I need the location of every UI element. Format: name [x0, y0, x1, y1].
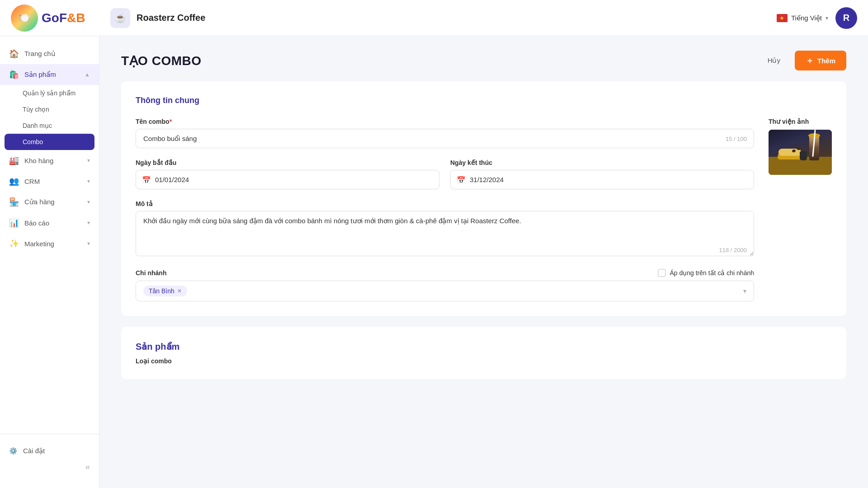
- kho-hang-arrow-icon: ▾: [87, 157, 90, 164]
- combo-name-group: Tên combo* 15 / 100: [136, 118, 754, 148]
- start-date-input[interactable]: [136, 170, 439, 189]
- sidebar-crm-label: CRM: [24, 178, 40, 185]
- combo-type-label: Loại combo: [136, 357, 832, 365]
- products-card: Sản phẩm Loại combo: [121, 327, 846, 379]
- add-label: Thêm: [817, 57, 835, 65]
- sidebar-item-danh-muc[interactable]: Danh mục: [0, 117, 99, 134]
- lang-chevron-icon: ▾: [826, 15, 828, 21]
- branch-section: Chi nhánh Áp dụng trên tất cả chi nhánh …: [136, 269, 754, 301]
- end-date-input-wrap: 📅: [450, 170, 754, 189]
- branch-label: Chi nhánh: [136, 269, 166, 277]
- general-info-title: Thông tin chung: [136, 96, 832, 105]
- form-main: Tên combo* 15 / 100 Ngày bắt đầu: [136, 118, 754, 301]
- sidebar-collapse-button[interactable]: «: [0, 460, 99, 474]
- sidebar-home-label: Trang chủ: [24, 50, 56, 58]
- layout: 🏠 Trang chủ 🛍️ Sản phẩm ▲ Quản lý sản ph…: [0, 36, 868, 488]
- language-selector[interactable]: Tiếng Việt ▾: [777, 14, 828, 22]
- remove-branch-tag-button[interactable]: ✕: [177, 288, 182, 294]
- san-pham-arrow-icon: ▲: [85, 71, 90, 78]
- sidebar-marketing-label: Marketing: [24, 240, 54, 248]
- sidebar-item-quan-ly[interactable]: Quản lý sản phẩm: [0, 85, 99, 101]
- sidebar-item-crm[interactable]: 👥 CRM ▾: [0, 171, 99, 192]
- required-indicator: *: [170, 118, 172, 125]
- description-label: Mô tả: [136, 200, 754, 207]
- marketing-arrow-icon: ▾: [87, 240, 90, 247]
- sidebar-bottom: ⚙️ Cài đặt «: [0, 434, 99, 481]
- header-right: Tiếng Việt ▾ R: [777, 7, 857, 29]
- branch-label-row: Chi nhánh Áp dụng trên tất cả chi nhánh: [136, 269, 754, 277]
- logo-icon: 🍽️: [11, 5, 38, 32]
- main-content: TẠO COMBO Hủy ＋ Thêm Thông tin chung: [99, 36, 868, 488]
- branch-select-chevron-icon: ▾: [743, 287, 746, 295]
- sidebar-bao-cao-label: Báo cáo: [24, 219, 49, 227]
- start-date-input-wrap: 📅: [136, 170, 439, 189]
- sidebar-item-combo[interactable]: Combo: [5, 134, 94, 150]
- sidebar-item-kho-hang[interactable]: 🏭 Kho hàng ▾: [0, 150, 99, 171]
- end-date-input[interactable]: [450, 170, 754, 189]
- brand-icon: ☕: [110, 8, 130, 28]
- products-section-title: Sản phẩm: [136, 341, 832, 352]
- warehouse-icon: 🏭: [9, 155, 19, 165]
- logo-area: 🍽️ GoF&B: [11, 5, 110, 32]
- form-top-row: Tên combo* 15 / 100 Ngày bắt đầu: [136, 118, 832, 301]
- settings-icon: ⚙️: [9, 447, 18, 455]
- start-date-group: Ngày bắt đầu 📅: [136, 159, 439, 189]
- sidebar-cua-hang-label: Cửa hàng: [24, 198, 55, 206]
- store-icon: 🏪: [9, 197, 19, 207]
- content-area: Thông tin chung Tên combo* 15 / 100: [99, 81, 868, 412]
- home-icon: 🏠: [9, 49, 19, 59]
- report-icon: 📊: [9, 218, 19, 228]
- sidebar-san-pham-sub: Quản lý sản phẩm Tùy chọn Danh mục Combo: [0, 85, 99, 150]
- sidebar-san-pham-label: Sản phẩm: [24, 70, 56, 79]
- end-date-calendar-icon: 📅: [457, 175, 466, 184]
- sidebar-item-marketing[interactable]: ✨ Marketing ▾: [0, 233, 99, 254]
- flag-icon: [777, 14, 788, 22]
- header: 🍽️ GoF&B ☕ Roasterz Coffee Tiếng Việt ▾ …: [0, 0, 868, 36]
- general-info-card: Thông tin chung Tên combo* 15 / 100: [121, 81, 846, 316]
- sidebar: 🏠 Trang chủ 🛍️ Sản phẩm ▲ Quản lý sản ph…: [0, 36, 99, 488]
- page-title: TẠO COMBO: [121, 53, 202, 68]
- cua-hang-arrow-icon: ▾: [87, 199, 90, 205]
- combo-name-char-count: 15 / 100: [726, 135, 747, 142]
- desc-char-count: 118 / 2000: [719, 247, 747, 253]
- branch-select[interactable]: Tân Bình ✕ ▾: [136, 281, 754, 301]
- sidebar-item-home[interactable]: 🏠 Trang chủ: [0, 43, 99, 64]
- image-preview: [769, 130, 832, 175]
- crm-arrow-icon: ▾: [87, 178, 90, 184]
- description-input-wrap: Khởi đầu ngày mới cùng bữa sáng đậm đà v…: [136, 211, 754, 258]
- end-date-group: Ngày kết thúc 📅: [450, 159, 754, 189]
- description-input[interactable]: Khởi đầu ngày mới cùng bữa sáng đậm đà v…: [136, 211, 754, 256]
- crm-icon: 👥: [9, 176, 19, 186]
- description-group: Mô tả Khởi đầu ngày mới cùng bữa sáng đậ…: [136, 200, 754, 258]
- sidebar-item-tuy-chon[interactable]: Tùy chọn: [0, 101, 99, 117]
- cancel-button[interactable]: Hủy: [760, 53, 788, 68]
- settings-label: Cài đặt: [23, 447, 45, 455]
- sidebar-kho-hang-label: Kho hàng: [24, 157, 53, 164]
- sidebar-item-bao-cao[interactable]: 📊 Báo cáo ▾: [0, 212, 99, 233]
- combo-name-label: Tên combo*: [136, 118, 754, 125]
- sidebar-settings[interactable]: ⚙️ Cài đặt: [0, 441, 99, 460]
- collapse-icon: «: [85, 462, 90, 472]
- add-button[interactable]: ＋ Thêm: [795, 51, 846, 70]
- page-header: TẠO COMBO Hủy ＋ Thêm: [99, 36, 868, 81]
- product-icon: 🛍️: [9, 70, 19, 80]
- plus-icon: ＋: [806, 55, 814, 66]
- logo-text: GoF&B: [42, 11, 85, 25]
- start-date-label: Ngày bắt đầu: [136, 159, 439, 166]
- image-library: Thư viện ảnh: [769, 118, 832, 175]
- apply-all-checkbox[interactable]: [658, 269, 666, 277]
- sidebar-item-san-pham[interactable]: 🛍️ Sản phẩm ▲: [0, 64, 99, 85]
- image-thumbnail[interactable]: [769, 130, 832, 175]
- brand-name: Roasterz Coffee: [137, 13, 205, 23]
- lang-label: Tiếng Việt: [791, 14, 822, 22]
- sidebar-item-cua-hang[interactable]: 🏪 Cửa hàng ▾: [0, 192, 99, 212]
- combo-name-input[interactable]: [136, 129, 754, 148]
- page-actions: Hủy ＋ Thêm: [760, 51, 846, 70]
- end-date-label: Ngày kết thúc: [450, 159, 754, 166]
- date-row: Ngày bắt đầu 📅 Ngày kết thúc 📅: [136, 159, 754, 189]
- user-avatar[interactable]: R: [835, 7, 857, 29]
- header-brand: ☕ Roasterz Coffee: [110, 8, 777, 28]
- apply-all-label[interactable]: Áp dụng trên tất cả chi nhánh: [658, 269, 754, 277]
- branch-tag: Tân Bình ✕: [143, 286, 187, 296]
- bao-cao-arrow-icon: ▾: [87, 220, 90, 226]
